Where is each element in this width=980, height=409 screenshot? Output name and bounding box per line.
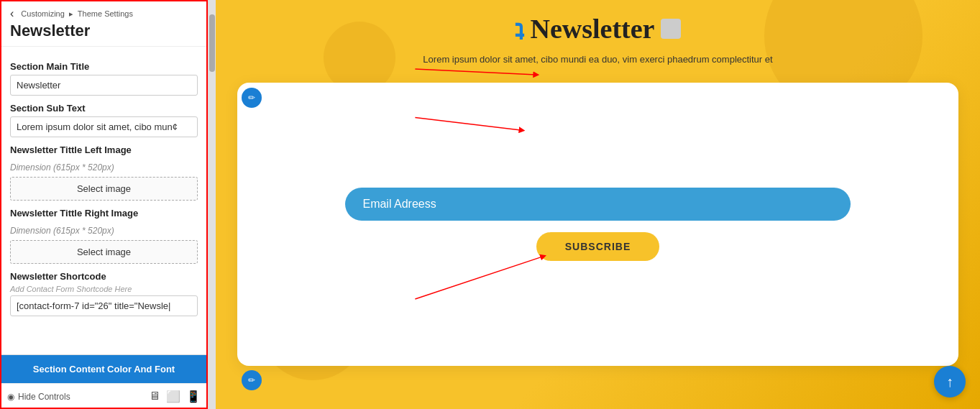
hide-controls-label: Hide Controls <box>18 392 70 402</box>
shortcode-label: Newsletter Shortcode <box>10 271 198 282</box>
scroll-to-top-button[interactable]: ↑ <box>934 366 966 397</box>
hide-eye-icon: ◉ <box>7 392 14 402</box>
customizer-panel: ‹ Customizing ▸ Theme Settings Newslette… <box>0 0 209 409</box>
breadcrumb-separator: ▸ <box>69 9 73 19</box>
newsletter-form-card: Email Adreess SUBSCRIBE <box>237 83 958 366</box>
right-image-label: Newsletter Tittle Right Image <box>10 208 198 219</box>
newsletter-main-title: Newsletter <box>530 13 654 45</box>
pencil-icon-2: ✏ <box>248 375 255 385</box>
breadcrumb: ‹ Customizing ▸ Theme Settings <box>10 7 198 20</box>
tablet-icon[interactable]: ⬜ <box>166 390 180 403</box>
section-title-label: Section Main Title <box>10 61 198 72</box>
preview-area: ʇ Newsletter Lorem ipsum dolor sit amet,… <box>216 0 980 409</box>
newsletter-icon-right <box>661 19 681 39</box>
breadcrumb-part1: Customizing <box>21 9 65 18</box>
scrollbar[interactable] <box>209 0 216 409</box>
newsletter-subtitle: Lorem ipsum dolor sit amet, cibo mundi e… <box>216 54 980 65</box>
card-edit-icon[interactable]: ✏ <box>242 88 262 108</box>
newsletter-icon-left: ʇ <box>515 15 524 42</box>
desktop-icon[interactable]: 🖥 <box>149 390 160 403</box>
mobile-icon[interactable]: 📱 <box>186 390 201 403</box>
shortcode-input[interactable] <box>10 295 198 316</box>
hide-controls-toggle[interactable]: ◉ Hide Controls <box>7 392 70 402</box>
email-input-display[interactable]: Email Adreess <box>345 188 850 221</box>
left-image-label: Newsletter Tittle Left Image <box>10 144 198 155</box>
scroll-thumb[interactable] <box>209 14 215 72</box>
bottom-edit-icon[interactable]: ✏ <box>242 370 262 390</box>
section-subtext-input[interactable] <box>10 116 198 137</box>
left-image-select-button[interactable]: Select image <box>10 177 198 201</box>
back-button[interactable]: ‹ <box>10 7 14 20</box>
section-subtext-label: Section Sub Text <box>10 103 198 114</box>
section-title-input[interactable] <box>10 75 198 96</box>
panel-header: ‹ Customizing ▸ Theme Settings Newslette… <box>0 0 208 47</box>
panel-body: Section Main Title Section Sub Text News… <box>0 47 208 354</box>
panel-footer: Section Content Color And Font ◉ Hide Co… <box>0 354 208 409</box>
panel-title: Newsletter <box>10 22 198 40</box>
right-image-select-button[interactable]: Select image <box>10 240 198 264</box>
section-content-color-font-button[interactable]: Section Content Color And Font <box>0 355 208 383</box>
breadcrumb-part2: Theme Settings <box>78 9 133 18</box>
left-image-dimension: Dimension (615px * 520px) <box>10 162 198 173</box>
right-image-dimension: Dimension (615px * 520px) <box>10 226 198 236</box>
pencil-icon: ✏ <box>248 93 255 103</box>
newsletter-header: ʇ Newsletter <box>216 13 980 45</box>
bottom-bar: ◉ Hide Controls 🖥 ⬜ 📱 <box>0 383 208 409</box>
device-switcher: 🖥 ⬜ 📱 <box>149 390 201 403</box>
up-arrow-icon: ↑ <box>946 374 953 390</box>
subscribe-button[interactable]: SUBSCRIBE <box>536 232 659 261</box>
shortcode-hint: Add Contact Form Shortcode Here <box>10 285 198 293</box>
